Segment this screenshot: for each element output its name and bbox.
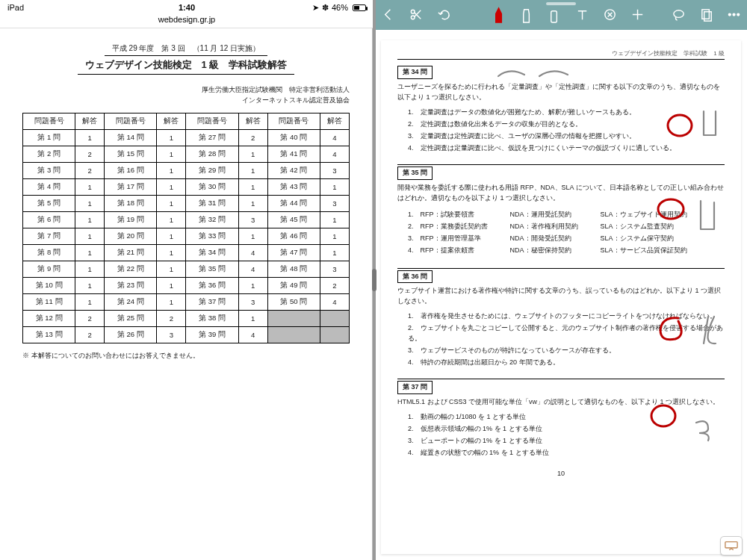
table-header: 解答 (75, 113, 105, 130)
table-cell: 1 (75, 196, 105, 212)
q36-label: 第 36 問 (397, 270, 433, 284)
table-cell: 第 49 問 (267, 278, 320, 294)
table-row: 第 6 問1第 19 問1第 32 問3第 45 問1 (23, 212, 350, 228)
table-cell (320, 327, 349, 343)
list-item: 4. 定性調査は定量調査に比べ、仮説を見つけにくいテーマの仮説づくりに適している… (408, 143, 725, 154)
table-cell: 1 (238, 278, 267, 294)
battery-percent: 46% (332, 3, 348, 12)
table-cell: 1 (157, 179, 186, 196)
table-cell: 4 (320, 146, 349, 163)
svg-point-7 (728, 14, 731, 16)
table-cell: 1 (238, 146, 267, 163)
table-cell: 第 42 問 (267, 163, 320, 179)
question-37: 第 37 問 HTML5.1 および CSS3 で使用可能な単位「vw」の説明と… (397, 381, 725, 458)
table-cell: 第 48 問 (267, 261, 320, 278)
battery-icon (353, 4, 366, 11)
table-cell: 4 (320, 130, 349, 146)
table-cell: 第 44 問 (267, 196, 320, 212)
table-header: 問題番号 (23, 113, 75, 130)
list-item: 3. ビューポートの幅の 1% を 1 とする単位 (408, 436, 725, 447)
list-item: NDA：開発受託契約 (510, 234, 578, 244)
split-view-divider[interactable] (373, 0, 376, 560)
table-cell: 1 (238, 228, 267, 245)
table-cell (320, 311, 349, 327)
table-cell: 第 14 問 (105, 130, 157, 146)
q34-text: ユーザニーズを探るために行われる「定量調査」や「定性調査」に関する以下の文章のう… (397, 82, 725, 103)
list-item: 1. 定量調査はデータの数値化が困難なため、解釈が難しいケースもある。 (408, 108, 725, 118)
drag-handle-icon[interactable] (546, 2, 576, 5)
table-cell: 1 (75, 179, 105, 196)
table-cell: 1 (75, 245, 105, 261)
scissors-icon[interactable] (409, 6, 423, 24)
pages-icon[interactable] (699, 6, 713, 24)
table-cell: 第 2 問 (23, 146, 75, 163)
lasso-icon[interactable] (672, 6, 686, 24)
eraser-icon[interactable] (547, 6, 561, 24)
table-cell: 第 9 問 (23, 261, 75, 278)
table-header: 問題番号 (186, 113, 238, 130)
pen-red-icon[interactable] (492, 6, 506, 24)
table-cell: 第 36 問 (186, 278, 238, 294)
table-header: 解答 (157, 113, 186, 130)
table-cell: 1 (75, 278, 105, 294)
doc-note: ※ 本解答についてのお問い合わせにはお答えできません。 (22, 351, 350, 361)
table-cell: 第 41 問 (267, 146, 320, 163)
table-cell: 1 (157, 261, 186, 278)
table-cell: 第 37 問 (186, 294, 238, 311)
list-item: NDA：秘密保持契約 (510, 246, 578, 256)
address-bar[interactable]: webdesign.gr.jp (0, 15, 374, 28)
svg-rect-13 (725, 542, 737, 548)
table-cell: 2 (75, 163, 105, 179)
highlighter-icon[interactable] (519, 6, 533, 24)
table-cell: 1 (320, 245, 349, 261)
q37-label: 第 37 問 (397, 381, 433, 394)
answer-table: 問題番号解答問題番号解答問題番号解答問題番号解答 第 1 問1第 14 問1第 … (22, 113, 350, 343)
table-cell: 1 (157, 130, 186, 146)
table-cell: 1 (75, 212, 105, 228)
back-icon[interactable] (381, 6, 395, 24)
table-header: 解答 (320, 113, 349, 130)
table-cell: 3 (238, 294, 267, 311)
table-cell: 1 (75, 294, 105, 311)
table-cell: 第 18 問 (105, 196, 157, 212)
table-cell: 第 29 問 (186, 163, 238, 179)
table-cell: 第 30 問 (186, 179, 238, 196)
text-tool-icon[interactable] (575, 6, 589, 24)
table-cell: 1 (157, 294, 186, 311)
table-cell: 第 6 問 (23, 212, 75, 228)
table-cell: 4 (320, 294, 349, 311)
list-item: SLA：ウェブサイト運用契約 (601, 210, 687, 220)
q34-label: 第 34 問 (397, 66, 433, 79)
add-icon[interactable] (630, 6, 645, 24)
bluetooth-icon: ✽ (322, 3, 329, 13)
table-cell: 1 (238, 163, 267, 179)
table-row: 第 10 問1第 23 問1第 36 問1第 49 問2 (23, 278, 350, 294)
table-cell: 第 32 問 (186, 212, 238, 228)
table-cell: 第 28 問 (186, 146, 238, 163)
table-cell: 第 17 問 (105, 179, 157, 196)
table-row: 第 7 問1第 20 問1第 33 問1第 46 問1 (23, 228, 350, 245)
table-cell: 2 (75, 327, 105, 343)
table-cell: 第 20 問 (105, 228, 157, 245)
table-cell: 第 25 問 (105, 311, 157, 327)
status-time: 1:40 (179, 3, 195, 12)
clear-icon[interactable] (603, 6, 617, 24)
q37-text: HTML5.1 および CSS3 で使用可能な単位「vw」の説明として適切なもの… (397, 397, 725, 408)
svg-point-9 (737, 14, 740, 16)
exam-document[interactable]: ウェブデザイン技能検定 学科試験 1 級 第 34 問 ユーザニーズを探るために… (381, 40, 741, 554)
undo-icon[interactable] (436, 6, 450, 24)
list-item: 3. RFP：運用管理基準 (408, 234, 488, 244)
table-cell: 第 38 問 (186, 311, 238, 327)
more-icon[interactable] (727, 6, 741, 24)
table-cell: 4 (238, 261, 267, 278)
table-cell: 第 47 問 (267, 245, 320, 261)
list-item: SLA：サービス品質保証契約 (601, 246, 687, 256)
keyboard-button[interactable] (720, 536, 743, 556)
table-cell: 1 (75, 130, 105, 146)
table-cell: 第 26 問 (105, 327, 157, 343)
status-right: ➤ ✽ 46% (312, 3, 366, 13)
table-cell: 第 8 問 (23, 245, 75, 261)
list-item: 2. ウェブサイトを丸ごとコピーして公開すると、元のウェブサイト制作者の著作権を… (408, 323, 725, 344)
table-cell: 第 39 問 (186, 327, 238, 343)
table-cell: 2 (75, 146, 105, 163)
